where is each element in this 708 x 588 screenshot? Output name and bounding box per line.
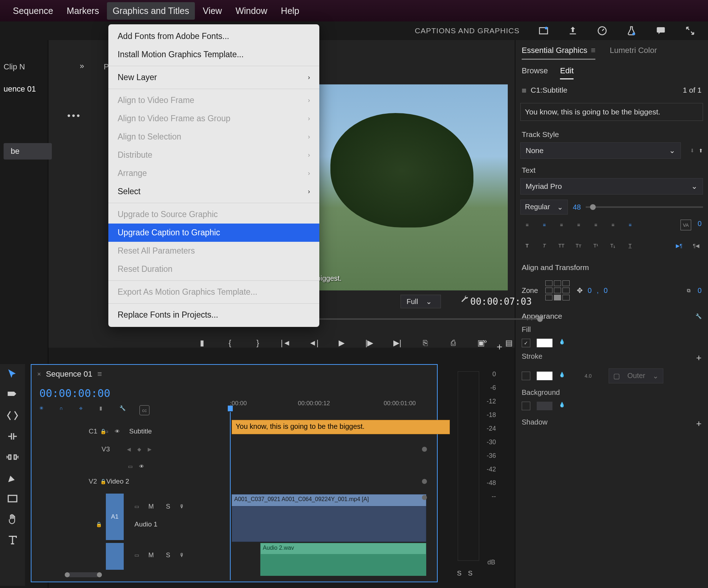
- menu-item[interactable]: Upgrade Caption to Graphic: [108, 224, 319, 242]
- zone-grid[interactable]: [545, 280, 570, 300]
- fill-checkbox[interactable]: [522, 339, 530, 347]
- smallcaps-icon[interactable]: Tᴛ: [573, 240, 584, 251]
- pos-y[interactable]: 0: [604, 286, 608, 295]
- ltr-icon[interactable]: ▶¶: [674, 240, 684, 251]
- position-icon[interactable]: ✥: [577, 286, 583, 295]
- step-back-icon[interactable]: ◄|: [308, 338, 319, 348]
- settings-icon[interactable]: 🔧: [119, 405, 129, 415]
- next-keyframe-icon[interactable]: ▶: [148, 446, 152, 452]
- scale-icon[interactable]: ⧉: [687, 288, 690, 294]
- subtab-browse[interactable]: Browse: [522, 66, 548, 79]
- font-select[interactable]: Myriad Pro⌄: [520, 178, 703, 195]
- align-justify-last-right-icon[interactable]: ≡: [608, 220, 618, 230]
- lift-icon[interactable]: ⎘: [420, 338, 431, 348]
- track-output-icon[interactable]: ▭: [128, 464, 133, 469]
- workspace-icon[interactable]: [538, 25, 549, 36]
- menu-item[interactable]: Add Fonts from Adobe Fonts...: [108, 27, 319, 45]
- underline-icon[interactable]: T: [625, 240, 635, 251]
- lock-icon[interactable]: 🔒: [100, 428, 106, 434]
- add-keyframe-icon[interactable]: ◆: [137, 446, 141, 452]
- compare-icon[interactable]: ▤: [503, 338, 514, 348]
- transport-more-icon[interactable]: »: [483, 337, 487, 345]
- goto-in-icon[interactable]: |◄: [280, 338, 291, 348]
- timeline-hscroll[interactable]: [67, 572, 99, 577]
- cc-icon[interactable]: cc: [139, 405, 149, 415]
- marker-icon[interactable]: ▮: [197, 338, 207, 348]
- prev-keyframe-icon[interactable]: ◀: [127, 446, 131, 452]
- menu-item[interactable]: Replace Fonts in Projects...: [108, 306, 319, 324]
- out-bracket-icon[interactable]: }: [252, 338, 263, 348]
- fill-swatch[interactable]: [537, 339, 552, 347]
- more-icon[interactable]: •••: [67, 110, 81, 121]
- rate-tool-icon[interactable]: [6, 430, 19, 443]
- subtab-edit[interactable]: Edit: [560, 66, 574, 79]
- timeline-close-icon[interactable]: ×: [37, 371, 41, 378]
- align-justify-icon[interactable]: ≡: [573, 220, 584, 230]
- bold-icon[interactable]: T: [522, 240, 532, 251]
- resolution-select[interactable]: Full⌄: [400, 295, 441, 308]
- background-checkbox[interactable]: [522, 402, 530, 410]
- snap-icon[interactable]: ✳: [39, 405, 49, 415]
- add-button-icon[interactable]: +: [497, 341, 502, 353]
- project-pill[interactable]: be: [4, 143, 52, 160]
- stroke-checkbox[interactable]: [522, 372, 530, 380]
- panel-menu-icon[interactable]: ≡: [591, 46, 595, 55]
- track-output-icon[interactable]: ▭: [134, 552, 139, 558]
- selection-tool-icon[interactable]: [6, 368, 19, 381]
- stroke-swatch[interactable]: [537, 372, 552, 380]
- menu-markers[interactable]: Markers: [61, 2, 105, 20]
- slip-tool-icon[interactable]: [6, 451, 19, 464]
- fullscreen-icon[interactable]: [685, 25, 695, 36]
- menu-view[interactable]: View: [197, 2, 228, 20]
- marker-add-icon[interactable]: ▮: [99, 405, 109, 415]
- align-right-icon[interactable]: ≡: [556, 220, 567, 230]
- caption-text-display[interactable]: You know, this is going to be the bigges…: [520, 103, 703, 121]
- chevron-icon[interactable]: »: [80, 62, 84, 71]
- track-v2[interactable]: V2: [89, 477, 97, 485]
- font-weight-select[interactable]: Regular⌄: [520, 200, 568, 215]
- track-v3[interactable]: V3: [102, 445, 110, 453]
- font-size-value[interactable]: 48: [573, 203, 581, 211]
- in-bracket-icon[interactable]: {: [225, 338, 235, 348]
- scale-value[interactable]: 0: [698, 286, 702, 295]
- goto-out-icon[interactable]: ▶|: [392, 338, 403, 348]
- background-eyedropper-icon[interactable]: 💧: [559, 402, 567, 410]
- align-justify-all-icon[interactable]: ≡: [625, 220, 635, 230]
- tab-lumetri[interactable]: Lumetri Color: [610, 46, 657, 60]
- pen-tool-icon[interactable]: [6, 471, 19, 484]
- track-select-tool-icon[interactable]: [6, 388, 19, 401]
- menu-item[interactable]: Select›: [108, 182, 319, 201]
- mic-icon[interactable]: 🎙: [180, 504, 185, 509]
- stroke-position-select[interactable]: ▢Outer⌄: [609, 368, 663, 383]
- track-style-select[interactable]: None⌄: [520, 142, 681, 159]
- allcaps-icon[interactable]: TT: [556, 240, 567, 251]
- rtl-icon[interactable]: ¶◀: [691, 240, 702, 251]
- lock-icon[interactable]: 🔒: [100, 479, 106, 484]
- subscript-icon[interactable]: T₁: [608, 240, 618, 251]
- background-swatch[interactable]: [537, 402, 552, 410]
- pos-x[interactable]: 0: [588, 286, 592, 295]
- kerning-value[interactable]: 0: [698, 220, 702, 230]
- menu-item[interactable]: Install Motion Graphics Template...: [108, 45, 319, 64]
- extract-icon[interactable]: ⎙: [448, 338, 458, 348]
- timeline-ruler[interactable]: :00:00 00:00:00:12 00:00:01:00: [230, 400, 430, 413]
- kerning-icon[interactable]: VA: [680, 220, 691, 230]
- play-icon[interactable]: ▶: [336, 338, 347, 348]
- solo-button[interactable]: S: [166, 552, 170, 559]
- shadow-add-icon[interactable]: +: [696, 418, 702, 429]
- push-up-icon[interactable]: ⬆: [699, 148, 703, 153]
- font-size-slider[interactable]: [586, 206, 703, 208]
- mic-icon[interactable]: 🎙: [180, 552, 185, 558]
- menu-window[interactable]: Window: [230, 2, 273, 20]
- linked-sel-icon[interactable]: ⎆: [79, 405, 89, 415]
- align-justify-last-left-icon[interactable]: ≡: [590, 220, 601, 230]
- eye-icon[interactable]: 👁: [139, 464, 144, 469]
- menu-help[interactable]: Help: [275, 2, 305, 20]
- magnet-icon[interactable]: ∩: [59, 405, 69, 415]
- ripple-tool-icon[interactable]: [6, 409, 19, 422]
- fill-eyedropper-icon[interactable]: 💧: [559, 339, 567, 347]
- rectangle-tool-icon[interactable]: [6, 492, 19, 505]
- mute-button[interactable]: M: [148, 503, 154, 510]
- step-fwd-icon[interactable]: |▶: [364, 338, 375, 348]
- stroke-eyedropper-icon[interactable]: 💧: [559, 372, 567, 380]
